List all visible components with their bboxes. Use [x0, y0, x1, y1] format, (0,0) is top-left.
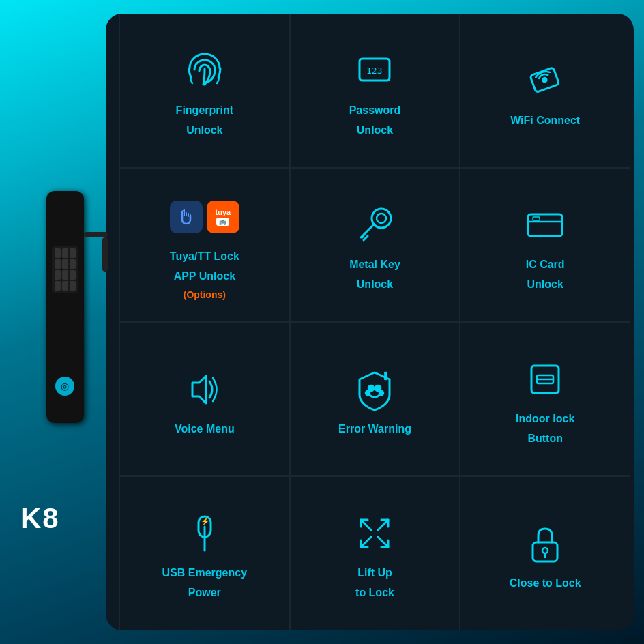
- feature-indoor-lock: Indoor lock Button: [460, 322, 630, 476]
- tuya-sublabel: (Options): [184, 289, 226, 300]
- features-grid: Fingerprint Unlock 123 Password Unlock: [119, 14, 630, 630]
- password-label2: Unlock: [357, 123, 393, 138]
- password-icon: 123: [347, 44, 402, 98]
- wifi-icon: [518, 54, 572, 108]
- lift-lock-label2: to Lock: [355, 586, 394, 600]
- indoor-lock-icon: [518, 352, 572, 407]
- wifi-label: WiFi Connect: [510, 114, 580, 128]
- feature-error-warning: ! Error Warning: [290, 322, 460, 476]
- svg-line-7: [362, 233, 365, 237]
- feature-fingerprint-unlock: Fingerprint Unlock: [119, 14, 290, 168]
- tuya-hand-icon: [170, 201, 203, 233]
- usb-label: USB Emergency: [162, 566, 248, 581]
- svg-line-8: [364, 236, 368, 240]
- svg-rect-28: [533, 542, 557, 561]
- svg-text:⚡: ⚡: [201, 516, 210, 526]
- tuya-icon: tuya 🚌: [170, 190, 239, 244]
- svg-point-5: [377, 214, 386, 223]
- feature-voice-menu: Voice Menu: [119, 322, 290, 476]
- svg-line-24: [361, 520, 371, 530]
- svg-marker-12: [192, 376, 206, 403]
- feature-lift-lock: Lift Up to Lock: [290, 476, 460, 630]
- lift-lock-label: Lift Up: [357, 566, 392, 581]
- ic-card-icon: [518, 198, 572, 252]
- svg-line-27: [378, 537, 388, 547]
- fingerprint-label: Fingerprint: [176, 104, 233, 118]
- svg-rect-11: [533, 217, 540, 220]
- feature-wifi-connect: WiFi Connect: [460, 14, 630, 168]
- metal-key-label: Metal Key: [349, 258, 400, 272]
- usb-label2: Power: [188, 586, 221, 600]
- svg-point-3: [542, 77, 548, 83]
- tuya-label2: APP Unlock: [174, 269, 235, 284]
- usb-icon: ⚡: [177, 506, 232, 561]
- tuya-label: Tuya/TT Lock: [170, 250, 239, 264]
- lift-lock-icon: [347, 506, 402, 561]
- feature-password-unlock: 123 Password Unlock: [290, 14, 460, 168]
- feature-tuya-unlock: tuya 🚌 Tuya/TT Lock APP Unlock (Options): [119, 168, 290, 322]
- svg-point-4: [372, 209, 391, 228]
- lock-device: ◎: [20, 136, 109, 478]
- padlock-icon: [518, 516, 572, 571]
- svg-line-25: [378, 520, 388, 530]
- metal-key-label2: Unlock: [357, 278, 393, 292]
- svg-point-16: [379, 391, 383, 395]
- feature-ic-card: IC Card Unlock: [460, 168, 630, 322]
- feature-metal-key: Metal Key Unlock: [290, 168, 460, 322]
- svg-point-14: [375, 385, 381, 391]
- svg-point-15: [366, 391, 370, 395]
- voice-label: Voice Menu: [175, 422, 235, 437]
- svg-line-26: [361, 537, 371, 547]
- svg-text:!: !: [384, 370, 387, 381]
- password-label: Password: [349, 104, 401, 118]
- indoor-lock-label: Indoor lock: [516, 412, 574, 426]
- feature-close-lock: Close to Lock: [460, 476, 630, 630]
- voice-icon: [177, 362, 232, 417]
- tuya-app-icon: tuya 🚌: [207, 201, 239, 233]
- fingerprint-icon: [177, 44, 232, 98]
- fingerprint-label2: Unlock: [186, 123, 222, 138]
- feature-usb-power: ⚡ USB Emergency Power: [119, 476, 290, 630]
- svg-point-13: [368, 385, 374, 391]
- svg-text:123: 123: [366, 65, 382, 76]
- key-icon: [347, 198, 402, 252]
- ic-card-label: IC Card: [526, 258, 565, 272]
- ic-card-label2: Unlock: [527, 278, 563, 292]
- indoor-lock-label2: Button: [527, 432, 563, 446]
- device-model-label: K8: [20, 502, 60, 535]
- close-lock-label: Close to Lock: [510, 576, 581, 591]
- warning-icon: !: [347, 362, 402, 417]
- warning-label: Error Warning: [338, 422, 411, 437]
